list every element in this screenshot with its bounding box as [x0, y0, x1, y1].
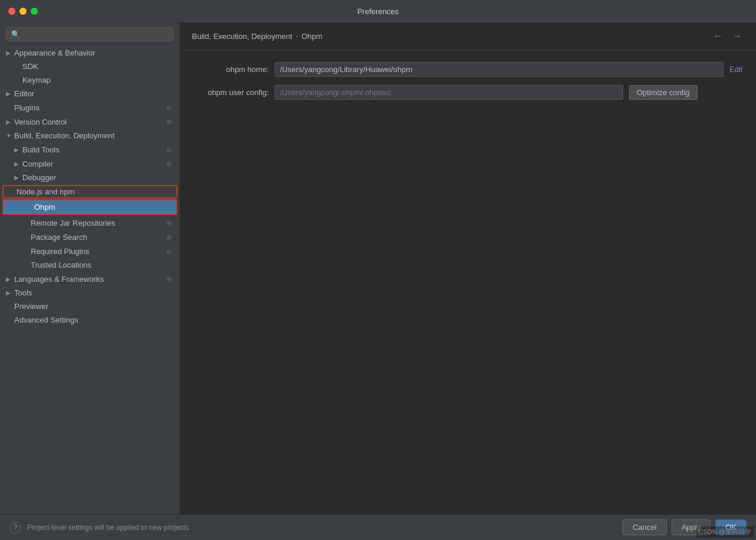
nav-back-button[interactable]: ← [711, 30, 725, 43]
cancel-button[interactable]: Cancel [623, 519, 666, 535]
status-text: Project-level settings will be applied t… [27, 523, 617, 532]
sidebar-item-label: Tools [14, 288, 174, 297]
breadcrumb-separator: › [296, 32, 298, 40]
nav-arrows: ← → [711, 30, 744, 43]
sidebar-item-label: Ohpm [34, 203, 170, 212]
sidebar-item-languages[interactable]: ▶ Languages & Frameworks ⊞ [0, 272, 180, 286]
sidebar-item-editor[interactable]: ▶ Editor [0, 87, 180, 100]
search-icon: 🔍 [11, 30, 20, 38]
sidebar-item-trusted-locations[interactable]: Trusted Locations [0, 258, 180, 272]
ohpm-user-config-input[interactable] [275, 85, 623, 100]
arrow-icon: ▶ [6, 276, 14, 282]
ohpm-home-row: ohpm home: /Users/yangcong/Library/Huawe… [192, 62, 744, 77]
sidebar-item-version-control[interactable]: ▶ Version Control ⊞ [0, 115, 180, 129]
arrow-icon: ▶ [6, 119, 14, 125]
sidebar-item-compiler[interactable]: ▶ Compiler ⊞ [0, 157, 180, 171]
content-body: ohpm home: /Users/yangcong/Library/Huawe… [180, 50, 756, 514]
sidebar-item-label: Editor [14, 89, 174, 98]
sidebar-item-label: Previewer [14, 302, 174, 311]
sidebar-item-label: Appearance & Behavior [14, 48, 174, 57]
search-input[interactable] [23, 30, 168, 38]
title-bar: Preferences [0, 0, 756, 22]
sidebar: 🔍 ▶ Appearance & Behavior SDK Keymap ▶ [0, 22, 180, 514]
sidebar-item-label: Advanced Settings [14, 315, 174, 324]
sidebar-item-label: Remote Jar Repositories [31, 219, 164, 227]
sidebar-item-label: Build Tools [22, 145, 164, 154]
breadcrumb-current: Ohpm [301, 32, 322, 41]
settings-icon: ⊞ [164, 274, 174, 284]
sidebar-item-sdk[interactable]: SDK [0, 60, 180, 73]
arrow-icon: ▶ [14, 174, 22, 181]
traffic-lights [8, 8, 38, 15]
sidebar-item-required-plugins[interactable]: Required Plugins ⊞ [0, 244, 180, 258]
sidebar-item-nodejs-npm[interactable]: Node.js and npm [2, 185, 177, 199]
maximize-button[interactable] [31, 8, 38, 15]
breadcrumb: Build, Execution, Deployment › Ohpm [192, 32, 322, 41]
sidebar-item-advanced-settings[interactable]: Advanced Settings [0, 313, 180, 327]
sidebar-item-label: Trusted Locations [31, 261, 174, 269]
sidebar-item-label: Compiler [22, 160, 164, 168]
close-button[interactable] [8, 8, 15, 15]
arrow-icon: ▶ [6, 90, 14, 97]
sidebar-item-previewer[interactable]: Previewer [0, 300, 180, 313]
sidebar-item-label: Plugins [14, 103, 164, 112]
settings-icon: ⊞ [164, 232, 174, 242]
window-title: Preferences [357, 7, 399, 16]
ohpm-user-config-label: ohpm user config: [192, 88, 269, 97]
arrow-icon: ▶ [6, 50, 14, 56]
arrow-icon: ▶ [14, 147, 22, 153]
watermark: CSDN @菜杆同学 [696, 526, 754, 538]
sidebar-item-label: Required Plugins [31, 247, 164, 256]
breadcrumb-parent: Build, Execution, Deployment [192, 32, 292, 41]
sidebar-item-build-execution[interactable]: ▼ Build, Execution, Deployment [0, 129, 180, 142]
help-button[interactable]: ? [9, 522, 21, 534]
sidebar-item-label: Languages & Frameworks [14, 275, 164, 284]
settings-icon: ⊞ [164, 103, 174, 112]
ohpm-home-value: /Users/yangcong/Library/Huawei/ohpm [275, 62, 724, 77]
sidebar-item-remote-jar[interactable]: Remote Jar Repositories ⊞ [0, 216, 180, 230]
sidebar-item-build-tools[interactable]: ▶ Build Tools ⊞ [0, 142, 180, 157]
sidebar-item-appearance[interactable]: ▶ Appearance & Behavior [0, 46, 180, 60]
sidebar-item-tools[interactable]: ▶ Tools [0, 286, 180, 300]
nav-forward-button[interactable]: → [730, 30, 744, 43]
sidebar-item-label: Keymap [22, 76, 174, 84]
settings-icon: ⊞ [164, 218, 174, 227]
settings-icon: ⊞ [164, 159, 174, 168]
sidebar-tree: ▶ Appearance & Behavior SDK Keymap ▶ Edi… [0, 46, 180, 514]
sidebar-item-ohpm[interactable]: Ohpm [2, 199, 177, 215]
sidebar-item-label: Package Search [31, 233, 164, 242]
sidebar-item-debugger[interactable]: ▶ Debugger [0, 171, 180, 184]
main-container: 🔍 ▶ Appearance & Behavior SDK Keymap ▶ [0, 22, 756, 514]
sidebar-item-label: Node.js and npm [17, 187, 171, 196]
minimize-button[interactable] [19, 8, 27, 15]
sidebar-item-label: Build, Execution, Deployment [14, 131, 174, 140]
settings-icon: ⊞ [164, 246, 174, 256]
bottom-bar: ? Project-level settings will be applied… [0, 514, 756, 540]
ohpm-user-config-row: ohpm user config: Optimize config [192, 85, 744, 100]
sidebar-item-label: Debugger [22, 173, 174, 182]
settings-icon: ⊞ [164, 117, 174, 126]
sidebar-item-plugins[interactable]: Plugins ⊞ [0, 100, 180, 115]
arrow-icon: ▶ [6, 289, 14, 296]
settings-icon: ⊞ [164, 145, 174, 154]
sidebar-item-label: Version Control [14, 118, 164, 126]
content-header: Build, Execution, Deployment › Ohpm ← → [180, 22, 756, 50]
sidebar-item-package-search[interactable]: Package Search ⊞ [0, 230, 180, 244]
arrow-icon: ▼ [6, 132, 14, 139]
sidebar-item-label: SDK [22, 62, 174, 71]
arrow-icon: ▶ [14, 161, 22, 167]
content-area: Build, Execution, Deployment › Ohpm ← → … [180, 22, 756, 514]
optimize-config-button[interactable]: Optimize config [629, 85, 698, 100]
edit-link[interactable]: Edit [729, 65, 742, 74]
ohpm-home-label: ohpm home: [192, 65, 269, 74]
search-box[interactable]: 🔍 [6, 27, 174, 41]
sidebar-item-keymap[interactable]: Keymap [0, 73, 180, 87]
